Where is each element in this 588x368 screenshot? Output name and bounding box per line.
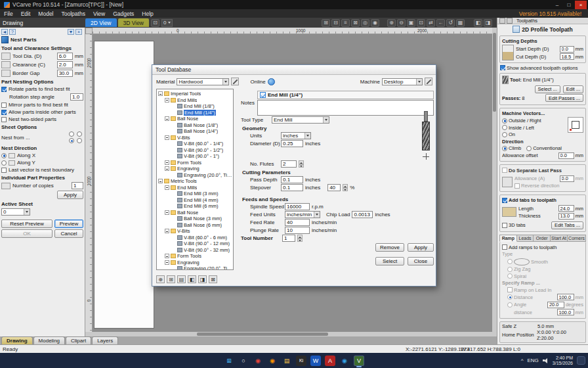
tool-tree-item[interactable]: Ball Nose (6 mm) [158,222,233,229]
spindle-speed-input[interactable] [285,203,310,210]
close-button[interactable]: × [575,1,587,9]
num-flutes-input[interactable] [281,160,297,168]
parts-inside-checkbox[interactable] [1,110,7,115]
num-flutes-stepper[interactable] [299,160,304,168]
notes-textarea[interactable] [257,100,434,116]
tool-select-button[interactable]: Select ... [535,85,560,93]
add-ramps-checkbox[interactable] [502,244,507,250]
maximize-button[interactable]: □ [563,1,575,9]
tool-number-input[interactable] [282,235,295,242]
machine-vector-option[interactable]: Inside / Left [502,125,566,131]
remove-button[interactable]: Remove [375,243,404,252]
units-dropdown[interactable]: inches [281,132,311,139]
subtab[interactable]: Leads [517,235,534,242]
app-a-icon[interactable]: A [325,356,335,366]
tree-expander-icon[interactable] [158,91,163,96]
word-icon[interactable]: W [310,356,321,366]
active-sheet-dropdown[interactable]: 0 [1,208,30,216]
tool-tree-item[interactable]: V-Bit (90.0° - 12 mm) [158,241,233,247]
copies-input[interactable] [72,182,83,189]
tool-tree-item[interactable]: Ball Nose (1/4") [158,128,233,135]
vertical-scrollbar[interactable] [492,28,497,332]
layer-select-dropdown[interactable]: 0 [161,19,173,27]
subtab[interactable]: Ramp [499,235,517,242]
feed-units-dropdown[interactable]: inches/min [285,211,320,218]
zoom-in-icon[interactable]: ⊕ [387,19,396,27]
drawing-panel-tab[interactable]: Drawing [0,20,85,26]
tool-tree-item[interactable]: Ball Nose (3 mm) [158,216,233,222]
diameter-input[interactable] [281,140,303,147]
firefox-icon[interactable]: ◉ [267,356,278,366]
ok-button[interactable]: OK [1,229,52,238]
toggle-shading-icon[interactable]: ▦ [456,19,465,27]
subtab[interactable]: Order [534,235,551,242]
previous-view-icon[interactable]: ← [436,19,445,27]
menu-item[interactable]: Edit [17,9,35,18]
monitor-icon[interactable]: ⊡ [151,19,159,27]
allowance-offset-input[interactable] [558,152,574,159]
file-explorer-icon[interactable]: ▤ [282,356,292,366]
along-y-radio[interactable] [1,160,7,166]
panel-autohide-icon[interactable]: ▼ [68,29,74,35]
tool-tree-item[interactable]: V-Bit (90.0° - 1/2") [158,147,233,154]
clearance-field-input[interactable] [57,61,73,68]
stepover-percent-input[interactable] [327,184,341,191]
machine-dropdown[interactable]: Desktop [382,78,423,85]
vcarve-icon[interactable]: V [354,356,364,366]
tool-tree-item[interactable]: Form Tools [158,253,233,260]
copy-tool-icon[interactable]: ▤ [177,275,186,283]
volume-icon[interactable] [543,358,549,363]
messaging-icon[interactable]: ◉ [339,356,350,366]
allowance-input[interactable] [560,175,574,182]
radio-icon[interactable] [502,132,507,137]
tree-expander-icon[interactable] [165,166,169,171]
menu-item[interactable]: File [0,9,17,18]
page-tab[interactable]: Clipart [66,336,91,344]
tool-tree-item[interactable]: V-Bits [158,228,233,235]
tool-tree-item[interactable]: V-Bit (60.0° - 6 mm) [158,235,233,241]
tree-expander-icon[interactable] [165,160,169,165]
plunge-rate-input[interactable] [285,227,310,234]
ramp-distance-input[interactable] [557,294,574,300]
stepover-input[interactable] [281,184,303,191]
chip-load-input[interactable] [352,211,373,218]
radio-icon[interactable] [502,118,507,124]
ruler-toggle-icon[interactable]: ≡ [341,19,350,27]
machine-vector-option[interactable]: Outside / Right [502,118,566,124]
tool-tree-item[interactable]: End Mill (6 mm) [158,203,233,210]
online-globe-icon[interactable] [268,78,275,85]
nest-from-top-left-radio[interactable] [69,131,74,137]
tool-tree-item[interactable]: Engraving [158,166,233,172]
dialog-titlebar[interactable]: Tool Database [152,65,436,75]
pan-view-icon[interactable]: ⇄ [427,19,435,27]
select-button[interactable]: Select [375,257,404,265]
menu-item[interactable]: View [89,9,109,18]
minimize-button[interactable]: – [551,1,563,9]
zigzag-radio[interactable] [507,267,513,272]
tool-tree-item[interactable]: End Mills [158,185,233,191]
app-ki-icon[interactable]: Ki [296,356,306,366]
cancel-button[interactable]: Cancel [54,229,83,238]
ortho-mode-icon[interactable]: ⊠ [351,19,360,27]
tool-tree-item[interactable]: Engraving (20.0°, Tip 0.2... [158,172,233,179]
tool-tree-item[interactable]: V-Bits [158,135,233,141]
machine-vector-option[interactable]: On [502,131,566,137]
window-tile-icon[interactable]: ◧ [474,19,482,27]
material-dropdown[interactable]: Hardwood [177,78,229,85]
tool-tree-item[interactable]: Imperial Tools [158,91,233,97]
page-tab[interactable]: Drawing [1,336,33,344]
tool-tree-item[interactable]: Ball Nose (1/8") [158,122,233,129]
chrome-icon[interactable]: ◉ [253,356,263,366]
object-snap-icon[interactable]: ◎ [361,19,369,27]
menu-item[interactable]: Help [138,9,157,18]
page-tab[interactable]: Layers [92,336,118,344]
language-indicator[interactable]: ENG [528,357,539,363]
edit-material-icon[interactable] [231,78,239,85]
import-database-icon[interactable]: ◧ [188,275,196,283]
clearance-field-input[interactable] [57,53,73,60]
delete-tool-icon[interactable]: ⊠ [209,275,217,283]
tool-tree-item[interactable]: V-Bit (60.0° - 1/4") [158,141,233,147]
climb-radio[interactable] [502,146,507,151]
scrollbar-thumb[interactable] [493,33,496,112]
tree-expander-icon[interactable] [158,179,163,183]
